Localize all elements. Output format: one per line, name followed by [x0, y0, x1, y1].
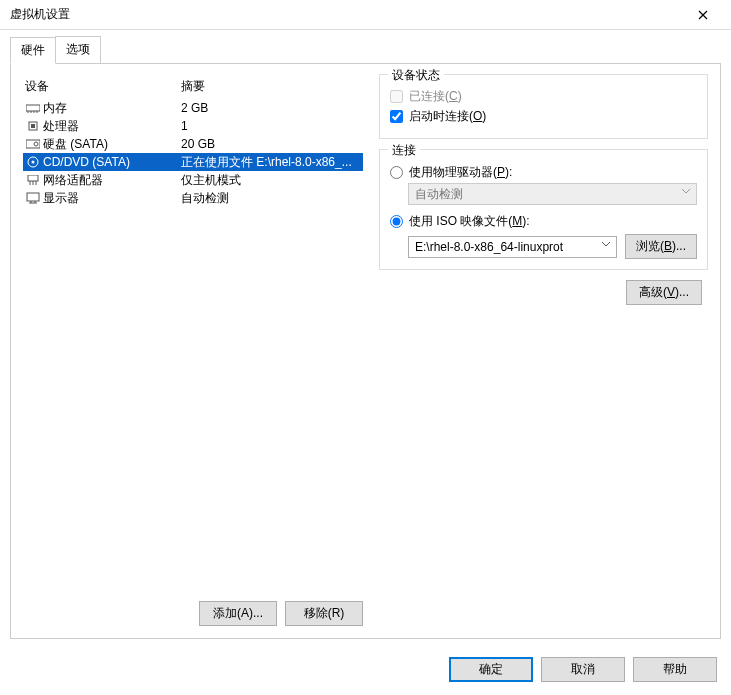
advanced-button[interactable]: 高级(V)...: [626, 280, 702, 305]
device-name: 显示器: [43, 190, 181, 207]
use-physical-radio[interactable]: [390, 166, 403, 179]
iso-path-value: E:\rhel-8.0-x86_64-linuxprot: [415, 240, 563, 254]
physical-drive-combo: 自动检测: [408, 183, 697, 205]
remove-button[interactable]: 移除(R): [285, 601, 363, 626]
use-physical-label: 使用物理驱动器(P):: [409, 164, 512, 181]
chevron-down-icon: [682, 189, 690, 195]
device-status-group: 设备状态 已连接(C) 启动时连接(O): [379, 74, 708, 139]
disk-icon: [25, 137, 41, 151]
use-iso-label: 使用 ISO 映像文件(M):: [409, 213, 530, 230]
poweron-checkbox-row[interactable]: 启动时连接(O): [390, 108, 697, 125]
connected-checkbox-row: 已连接(C): [390, 88, 697, 105]
use-physical-radio-row[interactable]: 使用物理驱动器(P):: [390, 164, 697, 181]
device-table-header: 设备 摘要: [23, 74, 363, 99]
tab-hardware[interactable]: 硬件: [10, 37, 56, 64]
device-table: 设备 摘要 内存 2 GB 处理器 1: [23, 74, 363, 207]
svg-rect-0: [26, 105, 40, 111]
close-icon: [698, 10, 708, 20]
device-summary: 自动检测: [181, 190, 361, 207]
network-icon: [25, 173, 41, 187]
device-summary: 仅主机模式: [181, 172, 361, 189]
cancel-button[interactable]: 取消: [541, 657, 625, 682]
tabs: 硬件 选项: [10, 36, 721, 63]
physical-drive-value: 自动检测: [415, 186, 463, 203]
use-iso-radio-row[interactable]: 使用 ISO 映像文件(M):: [390, 213, 697, 230]
tab-options[interactable]: 选项: [55, 36, 101, 63]
table-row[interactable]: 网络适配器 仅主机模式: [23, 171, 363, 189]
device-summary: 1: [181, 119, 361, 133]
add-button[interactable]: 添加(A)...: [199, 601, 277, 626]
device-name: CD/DVD (SATA): [43, 155, 181, 169]
device-summary: 2 GB: [181, 101, 361, 115]
ok-button[interactable]: 确定: [449, 657, 533, 682]
cd-icon: [25, 155, 41, 169]
help-button[interactable]: 帮助: [633, 657, 717, 682]
chevron-down-icon: [602, 242, 610, 248]
close-button[interactable]: [683, 0, 723, 29]
connection-legend: 连接: [388, 142, 420, 159]
device-summary: 正在使用文件 E:\rhel-8.0-x86_...: [181, 154, 361, 171]
device-summary: 20 GB: [181, 137, 361, 151]
table-row[interactable]: 处理器 1: [23, 117, 363, 135]
poweron-label: 启动时连接(O): [409, 108, 486, 125]
table-row[interactable]: 内存 2 GB: [23, 99, 363, 117]
device-name: 处理器: [43, 118, 181, 135]
cpu-icon: [25, 119, 41, 133]
monitor-icon: [25, 191, 41, 205]
table-row[interactable]: 显示器 自动检测: [23, 189, 363, 207]
use-iso-radio[interactable]: [390, 215, 403, 228]
svg-rect-11: [28, 175, 38, 181]
window-title: 虚拟机设置: [10, 6, 683, 23]
connected-label: 已连接(C): [409, 88, 462, 105]
iso-path-combo[interactable]: E:\rhel-8.0-x86_64-linuxprot: [408, 236, 617, 258]
device-name: 硬盘 (SATA): [43, 136, 181, 153]
table-row[interactable]: 硬盘 (SATA) 20 GB: [23, 135, 363, 153]
memory-icon: [25, 101, 41, 115]
header-summary: 摘要: [181, 78, 361, 95]
svg-rect-6: [31, 124, 35, 128]
svg-point-8: [34, 142, 38, 146]
poweron-checkbox[interactable]: [390, 110, 403, 123]
device-status-legend: 设备状态: [388, 67, 444, 84]
connection-group: 连接 使用物理驱动器(P): 自动检测 使用 ISO 映像文件(M):: [379, 149, 708, 270]
table-row[interactable]: CD/DVD (SATA) 正在使用文件 E:\rhel-8.0-x86_...: [23, 153, 363, 171]
svg-point-10: [32, 161, 35, 164]
svg-rect-15: [27, 193, 39, 201]
dialog-footer: 确定 取消 帮助: [0, 645, 731, 693]
browse-button[interactable]: 浏览(B)...: [625, 234, 697, 259]
device-name: 网络适配器: [43, 172, 181, 189]
titlebar: 虚拟机设置: [0, 0, 731, 30]
connected-checkbox: [390, 90, 403, 103]
device-name: 内存: [43, 100, 181, 117]
header-device: 设备: [25, 78, 181, 95]
tab-panel: 设备 摘要 内存 2 GB 处理器 1: [10, 63, 721, 639]
